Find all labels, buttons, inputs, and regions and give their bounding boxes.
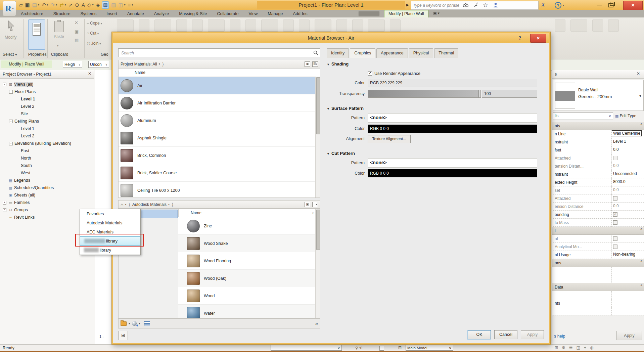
tree-item[interactable]: - ⊡ Views (all) bbox=[1, 81, 94, 88]
worksets-dropdown[interactable]: ∨ bbox=[271, 345, 342, 351]
ribbon-tab[interactable]: Manage bbox=[268, 11, 283, 16]
property-row[interactable]: ected Height 8000.0 ✓ ∧ bbox=[552, 178, 644, 186]
properties-help-link[interactable]: s help bbox=[554, 334, 565, 339]
list-view-icon[interactable]: ☰▾ bbox=[312, 61, 318, 67]
property-row[interactable]: ons ✓ ∧ bbox=[552, 259, 644, 267]
list-view-icon[interactable]: ☰▾ bbox=[312, 202, 318, 207]
property-row[interactable]: nts ✓ ∧ bbox=[552, 299, 644, 307]
material-row[interactable]: Ceiling Tile 600 x 1200 bbox=[119, 182, 320, 198]
column-header-row[interactable]: Name ▾ bbox=[178, 209, 316, 217]
tree-expander-icon[interactable]: - bbox=[9, 142, 13, 145]
chevron-down-icon[interactable]: ▼ bbox=[639, 94, 642, 98]
thumbnail-view-icon[interactable]: ▣ bbox=[305, 202, 310, 207]
dialog-tab[interactable]: Physical bbox=[409, 48, 433, 58]
tree-item[interactable]: - Ceiling Plans bbox=[1, 118, 94, 125]
property-checkbox[interactable]: ✓ bbox=[613, 196, 617, 201]
dropdown-icon[interactable]: ▾ bbox=[92, 2, 93, 8]
chevron-down-icon[interactable]: ▾ bbox=[129, 322, 130, 325]
open-library-icon[interactable] bbox=[121, 321, 127, 326]
property-row[interactable]: to Mass ✓ ∧ bbox=[552, 219, 644, 227]
property-row[interactable]: Attached ✓ ∧ bbox=[552, 154, 644, 162]
match-type-icon[interactable]: ▨ bbox=[75, 38, 79, 43]
transparency-slider[interactable] bbox=[368, 90, 481, 98]
property-row[interactable]: Analytical Mo... ✓ ∧ bbox=[552, 243, 644, 251]
property-row[interactable]: n Line Wall Centerline ✓ ∧ bbox=[552, 130, 644, 138]
property-checkbox[interactable]: ✓ bbox=[613, 220, 617, 225]
join-geometry-button[interactable]: ◎Join▾ bbox=[87, 41, 101, 46]
property-row[interactable]: Attached ✓ ∧ bbox=[552, 194, 644, 203]
print-icon[interactable]: ▤ bbox=[32, 2, 37, 8]
menu-item[interactable]: library bbox=[80, 246, 140, 255]
property-row[interactable]: set 0.0 ✓ ∧ bbox=[552, 186, 644, 194]
dropdown-icon[interactable]: ▾ bbox=[56, 2, 57, 8]
search-binoculars-icon[interactable] bbox=[463, 2, 469, 8]
menu-item[interactable]: Autodesk Materials bbox=[80, 218, 140, 227]
design-options-icon[interactable]: ⊞ bbox=[398, 345, 402, 350]
material-row[interactable]: Wood Shake bbox=[178, 235, 316, 252]
thumbnail-view-icon[interactable]: ▣ bbox=[305, 61, 310, 67]
property-row[interactable]: l ✓ ∧ bbox=[552, 227, 644, 235]
material-row[interactable]: Wood (Oak) bbox=[178, 270, 316, 287]
thin-lines-icon[interactable]: ▦ bbox=[102, 1, 109, 9]
minimize-button[interactable]: — bbox=[597, 2, 602, 7]
redo-icon[interactable]: ↷ bbox=[51, 2, 55, 8]
select-by-face-icon[interactable]: ◎ bbox=[590, 345, 593, 350]
material-row[interactable]: Aluminum bbox=[119, 112, 320, 129]
tree-item[interactable]: South bbox=[1, 162, 94, 169]
property-row[interactable]: al Usage Non-bearing ✓ ∧ bbox=[552, 251, 644, 259]
property-row[interactable]: ✓ ∧ bbox=[552, 275, 644, 283]
property-row[interactable]: Data ✓ ∧ bbox=[552, 283, 644, 291]
ok-button[interactable]: OK bbox=[468, 330, 491, 339]
shading-color-field[interactable]: RGB 229 229 229 bbox=[368, 79, 537, 87]
tree-item[interactable]: + ▭ Families bbox=[1, 199, 94, 206]
surface-pattern-section-header[interactable]: ▼Surface Pattern bbox=[327, 106, 364, 111]
ribbon-tab[interactable]: Structure bbox=[53, 11, 71, 16]
text-icon[interactable]: A bbox=[82, 2, 85, 8]
tree-expander-icon[interactable]: + bbox=[3, 201, 6, 205]
material-row[interactable]: Water bbox=[178, 305, 316, 318]
infocenter-search-input[interactable] bbox=[412, 2, 461, 9]
dialog-tab[interactable]: Appearance bbox=[376, 48, 408, 58]
tree-item[interactable]: Level 1 bbox=[1, 95, 94, 103]
tree-item[interactable]: ▦ Schedules/Quantities bbox=[1, 184, 94, 191]
create-material-icon[interactable] bbox=[132, 321, 137, 326]
asset-toggle-button[interactable]: ⊞ bbox=[119, 331, 128, 340]
press-drag-icon[interactable]: ⊞ bbox=[555, 345, 558, 350]
chevron-down-icon[interactable]: ▾ bbox=[159, 62, 160, 65]
property-checkbox[interactable]: ✓ bbox=[613, 245, 617, 249]
ribbon-tab[interactable]: Collaborate bbox=[217, 11, 239, 16]
dropdown-icon[interactable]: ▾ bbox=[47, 2, 48, 8]
apply-button[interactable]: Apply bbox=[521, 330, 544, 339]
exclude-options-icon[interactable]: ☰ bbox=[569, 345, 573, 350]
home-icon[interactable]: ⌂ bbox=[121, 202, 123, 207]
section-collapse-icon[interactable]: ∧ bbox=[640, 260, 642, 263]
tree-item[interactable]: East bbox=[1, 147, 94, 155]
dropdown-icon[interactable]: ▾ bbox=[65, 2, 66, 8]
close-icon[interactable]: ✕ bbox=[88, 71, 91, 76]
column-header-row[interactable]: Name bbox=[119, 69, 320, 77]
surface-pattern-field[interactable]: <none> bbox=[368, 113, 537, 123]
switch-windows-icon[interactable]: ◫ bbox=[118, 2, 123, 8]
property-row[interactable]: ✓ ∧ bbox=[552, 307, 644, 315]
section-collapse-icon[interactable]: ∧ bbox=[640, 123, 642, 126]
communication-center-icon[interactable] bbox=[473, 2, 479, 8]
material-row[interactable]: Air bbox=[119, 77, 320, 94]
scrollbar[interactable] bbox=[315, 209, 320, 318]
shading-section-header[interactable]: ▼Shading bbox=[327, 61, 349, 67]
chevron-down-icon[interactable]: ▾ bbox=[168, 203, 170, 206]
transparency-value[interactable]: 100 bbox=[482, 90, 537, 98]
tree-item[interactable]: Site bbox=[1, 110, 94, 118]
save-icon[interactable]: ▣ bbox=[25, 2, 30, 8]
dropdown-icon[interactable]: ▾ bbox=[132, 2, 133, 8]
cope-button[interactable]: ⌐Cope▾ bbox=[87, 21, 102, 26]
tree-item[interactable]: - Elevations (Building Elevation) bbox=[1, 140, 94, 147]
section-collapse-icon[interactable]: ∧ bbox=[640, 284, 642, 287]
property-checkbox[interactable]: ✓ bbox=[613, 212, 617, 217]
tree-item[interactable]: ▣ Sheets (all) bbox=[1, 191, 94, 199]
menu-item[interactable]: Favorites bbox=[80, 209, 140, 218]
material-row[interactable]: Air Infiltration Barrier bbox=[119, 94, 320, 112]
tree-expander-icon[interactable]: - bbox=[3, 83, 6, 86]
project-materials-header[interactable]: Project Materials: All ▾ ⟩ ▣ ☰▾ bbox=[118, 60, 320, 68]
aligned-dimension-icon[interactable]: ↗ bbox=[68, 2, 73, 8]
view-scale-label[interactable]: 1 : bbox=[99, 335, 103, 339]
